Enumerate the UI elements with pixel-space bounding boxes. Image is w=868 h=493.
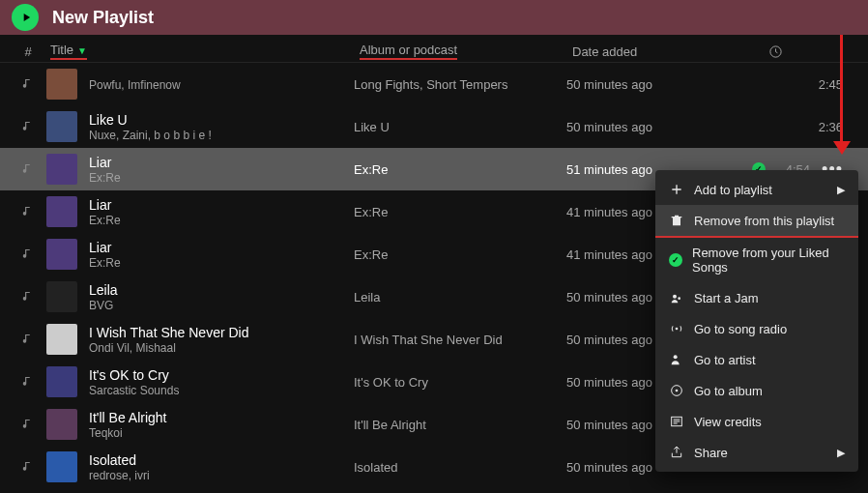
track-artist[interactable]: Ex:Re [89, 256, 354, 270]
track-title[interactable]: Liar [89, 197, 354, 213]
track-title-block: LiarEx:Re [89, 197, 354, 227]
track-title[interactable]: It'll Be Alright [89, 410, 354, 425]
ctx-start-jam[interactable]: Start a Jam [655, 282, 858, 313]
album-cover[interactable] [46, 239, 77, 270]
album-cover[interactable] [46, 154, 77, 185]
track-album[interactable]: Isolated [354, 460, 566, 475]
ctx-go-artist[interactable]: Go to artist [655, 344, 858, 375]
annotation-arrow-head [833, 141, 851, 155]
track-artist[interactable]: redrose, ivri [89, 469, 354, 482]
track-title[interactable]: Like U [89, 112, 354, 128]
track-title-block: LiarEx:Re [89, 155, 354, 185]
track-artist[interactable]: Ex:Re [89, 171, 354, 185]
svg-point-2 [678, 297, 680, 300]
table-row[interactable]: Like UNuxe, Zaini, b o b b i e !Like U50… [0, 105, 868, 148]
music-note-icon [15, 289, 41, 305]
ctx-remove-liked[interactable]: Remove from your Liked Songs [655, 238, 858, 282]
chevron-right-icon: ▶ [837, 447, 845, 459]
svg-point-4 [674, 355, 678, 359]
track-artist[interactable]: Sarcastic Sounds [89, 384, 354, 397]
track-album[interactable]: Ex:Re [354, 162, 566, 177]
ctx-share[interactable]: Share ▶ [655, 437, 858, 468]
track-title[interactable]: Liar [89, 240, 354, 255]
svg-point-1 [673, 295, 677, 299]
music-note-icon [15, 204, 41, 220]
track-artist[interactable]: Ondi Vil, Mishaal [89, 341, 354, 355]
ctx-view-credits[interactable]: View credits [655, 406, 858, 437]
play-icon [19, 11, 33, 24]
album-cover[interactable] [46, 409, 77, 440]
album-cover[interactable] [46, 366, 77, 397]
track-album[interactable]: Ex:Re [354, 205, 566, 219]
radio-icon [669, 321, 684, 336]
sort-caret-icon: ▼ [77, 45, 87, 56]
music-note-icon [15, 246, 41, 263]
music-note-icon [15, 332, 41, 348]
table-row[interactable]: Powfu, ImfinenowLong Fights, Short Tempe… [0, 63, 868, 105]
ctx-song-radio[interactable]: Go to song radio [655, 313, 858, 344]
track-date: 50 minutes ago [566, 120, 721, 134]
track-title-block: LeilaBVG [89, 282, 354, 312]
track-title-block: Isolatedredrose, ivri [89, 452, 354, 482]
chevron-right-icon: ▶ [837, 184, 845, 196]
album-cover[interactable] [46, 451, 77, 482]
track-album[interactable]: Like U [354, 120, 566, 134]
track-artist[interactable]: Ex:Re [89, 214, 354, 227]
track-album[interactable]: Long Fights, Short Tempers [354, 77, 566, 92]
track-album[interactable]: It'll Be Alright [354, 418, 566, 432]
album-cover[interactable] [46, 111, 77, 142]
album-cover[interactable] [46, 281, 77, 312]
ctx-go-album[interactable]: Go to album [655, 375, 858, 406]
album-icon [669, 383, 684, 398]
track-date: 50 minutes ago [566, 77, 721, 92]
track-title-block: Like UNuxe, Zaini, b o b b i e ! [89, 112, 354, 142]
table-row[interactable]: Is It Too Late for Me [0, 488, 868, 493]
track-title-block: Powfu, Imfinenow [89, 77, 354, 92]
track-artist[interactable]: Nuxe, Zaini, b o b b i e ! [89, 129, 354, 142]
credits-icon [669, 414, 684, 429]
track-title-block: It's OK to CrySarcastic Sounds [89, 367, 354, 397]
column-album[interactable]: Album or podcast [360, 43, 572, 60]
track-album[interactable]: Ex:Re [354, 247, 566, 262]
track-title[interactable]: Isolated [89, 452, 354, 468]
track-title[interactable]: Leila [89, 282, 354, 298]
track-album[interactable]: It's OK to Cry [354, 375, 566, 390]
jam-icon [669, 290, 684, 305]
album-cover[interactable] [46, 69, 77, 100]
album-cover[interactable] [46, 324, 77, 355]
context-menu: Add to playlist ▶ Remove from this playl… [655, 170, 858, 472]
trash-icon [669, 213, 684, 228]
track-title[interactable]: Liar [89, 155, 354, 170]
music-note-icon [15, 76, 41, 93]
share-icon [669, 445, 684, 460]
track-artist[interactable]: BVG [89, 299, 354, 312]
column-header-row: # Title▼ Album or podcast Date added [0, 35, 868, 63]
track-title-block: I Wish That She Never DidOndi Vil, Misha… [89, 325, 354, 355]
column-duration [727, 44, 853, 59]
ctx-remove-from-playlist[interactable]: Remove from this playlist [655, 205, 858, 238]
track-artist[interactable]: Powfu, Imfinenow [89, 78, 354, 92]
column-title[interactable]: Title▼ [50, 43, 360, 60]
music-note-icon [15, 161, 41, 178]
column-date[interactable]: Date added [572, 44, 727, 59]
artist-icon [669, 352, 684, 367]
track-duration: 2:45 [810, 77, 843, 92]
liked-check-icon [669, 252, 682, 268]
album-cover[interactable] [46, 196, 77, 227]
track-title[interactable]: It's OK to Cry [89, 367, 354, 383]
playlist-title: New Playlist [52, 8, 154, 28]
music-note-icon [15, 459, 41, 476]
play-button[interactable] [12, 4, 39, 31]
track-artist[interactable]: Teqkoi [89, 426, 354, 440]
track-album[interactable]: I Wish That She Never Did [354, 333, 566, 347]
music-note-icon [15, 119, 41, 135]
clock-icon [768, 44, 783, 59]
music-note-icon [15, 374, 41, 391]
track-duration: 2:36 [810, 120, 843, 134]
ctx-add-to-playlist[interactable]: Add to playlist ▶ [655, 174, 858, 205]
track-album[interactable]: Leila [354, 290, 566, 304]
annotation-arrow [840, 35, 843, 143]
track-title[interactable]: I Wish That She Never Did [89, 325, 354, 340]
svg-point-6 [676, 390, 679, 392]
svg-point-3 [676, 328, 679, 331]
